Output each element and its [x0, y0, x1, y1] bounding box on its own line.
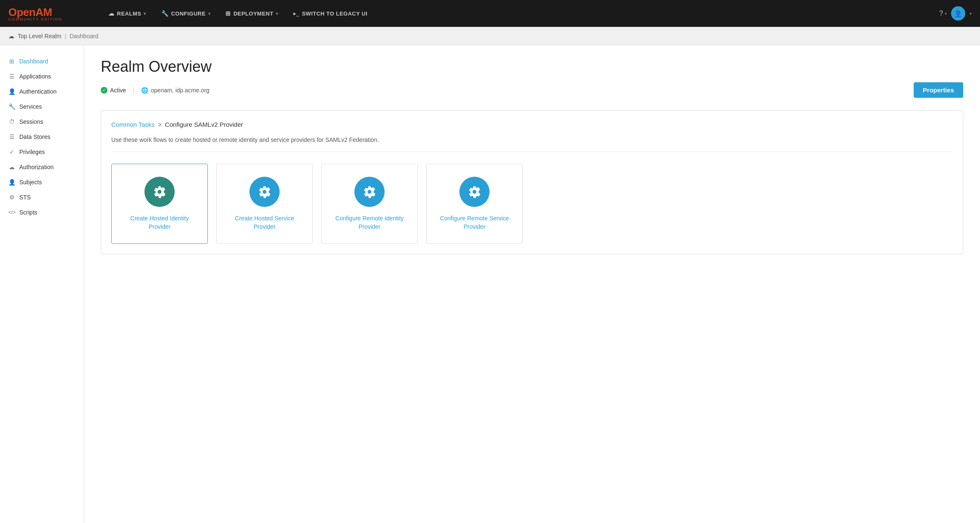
help-chevron: ▾: [945, 11, 947, 16]
sidebar-item-dashboard[interactable]: ⊞ Dashboard: [0, 54, 84, 69]
nav-deployment-label: DEPLOYMENT: [233, 10, 273, 17]
sidebar-label-subjects: Subjects: [19, 179, 42, 186]
sidebar-item-scripts[interactable]: </> Scripts: [0, 205, 84, 220]
card-label-create-hosted-idp: Create Hosted Identity Provider: [120, 214, 199, 231]
sidebar-item-sts[interactable]: ⚙ STS: [0, 190, 84, 205]
nav-realms-label: REALMS: [117, 10, 141, 17]
sidebar-label-dashboard: Dashboard: [19, 58, 48, 65]
sidebar-label-applications: Applications: [19, 73, 51, 80]
card-label-create-hosted-sp: Create Hosted Service Provider: [225, 214, 304, 231]
sessions-icon: ⏱: [8, 118, 15, 125]
user-icon: 👤: [954, 10, 962, 18]
nav-items: ☁ REALMS ▾ 🔧 CONFIGURE ▾ ⊞ DEPLOYMENT ▾ …: [101, 0, 939, 27]
sidebar-label-authentication: Authentication: [19, 88, 57, 95]
chevron-down-icon-3: ▾: [276, 11, 278, 16]
grid-icon: ⊞: [225, 10, 231, 17]
sidebar-item-privileges[interactable]: ✓ Privileges: [0, 144, 84, 160]
task-breadcrumb: Common Tasks > Configure SAMLv2 Provider: [111, 121, 953, 128]
card-icon-create-hosted-sp: [249, 177, 280, 207]
main-content: Realm Overview ✓ Active | 🌐 openam, idp.…: [84, 45, 980, 523]
sidebar-label-datastores: Data Stores: [19, 133, 50, 140]
realm-status: ✓ Active | 🌐 openam, idp.acme.org Proper…: [101, 82, 963, 98]
datastores-icon: ☰: [8, 133, 15, 140]
nav-realms[interactable]: ☁ REALMS ▾: [101, 0, 154, 27]
applications-icon: ☰: [8, 73, 15, 80]
card-icon-configure-remote-sp: [459, 177, 490, 207]
task-breadcrumb-current: Configure SAMLv2 Provider: [165, 121, 243, 128]
chevron-down-icon: ▾: [144, 11, 146, 16]
dashboard-icon: ⊞: [8, 58, 15, 65]
sidebar-item-sessions[interactable]: ⏱ Sessions: [0, 114, 84, 129]
realm-label: Top Level Realm: [18, 33, 61, 39]
main-layout: ⊞ Dashboard ☰ Applications 👤 Authenticat…: [0, 45, 980, 523]
scripts-icon: </>: [8, 209, 15, 215]
card-icon-configure-remote-idp: [354, 177, 385, 207]
properties-button[interactable]: Properties: [914, 82, 963, 98]
card-label-configure-remote-idp: Configure Remote Identity Provider: [330, 214, 409, 231]
logo-sub: COMMUNITY EDITION: [8, 17, 62, 21]
status-badge: ✓ Active: [101, 87, 126, 94]
help-button[interactable]: ? ▾: [939, 10, 947, 17]
active-dot: ✓: [101, 87, 107, 94]
help-icon: ?: [939, 10, 943, 17]
card-create-hosted-sp[interactable]: Create Hosted Service Provider: [216, 164, 313, 244]
sidebar-label-sessions: Sessions: [19, 118, 43, 125]
card-icon-create-hosted-idp: [144, 177, 175, 207]
status-separator: |: [133, 86, 134, 94]
avatar[interactable]: 👤: [951, 6, 965, 21]
privileges-icon: ✓: [8, 149, 15, 155]
sidebar-label-authorization: Authorization: [19, 164, 54, 170]
breadcrumb-current: Dashboard: [70, 33, 99, 39]
authorization-icon: ☁: [8, 164, 15, 170]
realm-cloud-icon: ☁: [8, 33, 14, 39]
nav-legacy-label: SWITCH TO LEGACY UI: [302, 10, 367, 17]
logo-am: AM: [35, 6, 52, 18]
sidebar-item-authorization[interactable]: ☁ Authorization: [0, 160, 84, 175]
task-description: Use these work flows to create hosted or…: [111, 136, 953, 152]
card-configure-remote-sp[interactable]: Configure Remote Service Provider: [426, 164, 523, 244]
breadcrumb-bar: ☁ Top Level Realm | Dashboard: [0, 27, 980, 45]
task-cards: Create Hosted Identity Provider Create H…: [111, 164, 953, 244]
sidebar-label-privileges: Privileges: [19, 149, 45, 155]
globe-icon: 🌐: [141, 87, 148, 94]
page-title: Realm Overview: [101, 58, 963, 76]
services-icon: 🔧: [8, 103, 15, 110]
authentication-icon: 👤: [8, 88, 15, 95]
card-create-hosted-idp[interactable]: Create Hosted Identity Provider: [111, 164, 208, 244]
card-label-configure-remote-sp: Configure Remote Service Provider: [435, 214, 514, 231]
subjects-icon: 👤: [8, 179, 15, 186]
card-configure-remote-idp[interactable]: Configure Remote Identity Provider: [321, 164, 418, 244]
nav-legacy[interactable]: ▶_ SWITCH TO LEGACY UI: [286, 0, 375, 27]
task-breadcrumb-sep: >: [158, 121, 162, 128]
sidebar-label-sts: STS: [19, 194, 31, 201]
logo: OpenAM COMMUNITY EDITION: [0, 0, 101, 27]
sidebar-label-services: Services: [19, 103, 42, 110]
terminal-icon: ▶_: [293, 11, 299, 16]
nav-configure[interactable]: 🔧 CONFIGURE ▾: [154, 0, 218, 27]
cloud-icon: ☁: [108, 10, 115, 17]
nav-deployment[interactable]: ⊞ DEPLOYMENT ▾: [218, 0, 286, 27]
top-nav: OpenAM COMMUNITY EDITION ☁ REALMS ▾ 🔧 CO…: [0, 0, 980, 27]
nav-right: ? ▾ 👤 ▾: [939, 6, 980, 21]
realm-url: 🌐 openam, idp.acme.org: [141, 87, 209, 94]
wrench-icon: 🔧: [161, 10, 169, 17]
sidebar: ⊞ Dashboard ☰ Applications 👤 Authenticat…: [0, 45, 84, 523]
sts-icon: ⚙: [8, 194, 15, 201]
logo-open: Open: [8, 6, 35, 18]
active-label: Active: [110, 87, 126, 94]
chevron-down-icon-2: ▾: [208, 11, 211, 16]
nav-configure-label: CONFIGURE: [171, 10, 206, 17]
sidebar-item-datastores[interactable]: ☰ Data Stores: [0, 129, 84, 144]
sidebar-label-scripts: Scripts: [19, 209, 37, 216]
sidebar-item-services[interactable]: 🔧 Services: [0, 99, 84, 114]
user-chevron[interactable]: ▾: [970, 11, 972, 16]
task-panel: Common Tasks > Configure SAMLv2 Provider…: [101, 110, 963, 254]
sidebar-item-applications[interactable]: ☰ Applications: [0, 69, 84, 84]
sidebar-item-subjects[interactable]: 👤 Subjects: [0, 175, 84, 190]
breadcrumb-separator: |: [65, 33, 66, 39]
sidebar-item-authentication[interactable]: 👤 Authentication: [0, 84, 84, 99]
realm-url-text: openam, idp.acme.org: [151, 87, 209, 94]
common-tasks-link[interactable]: Common Tasks: [111, 121, 155, 128]
